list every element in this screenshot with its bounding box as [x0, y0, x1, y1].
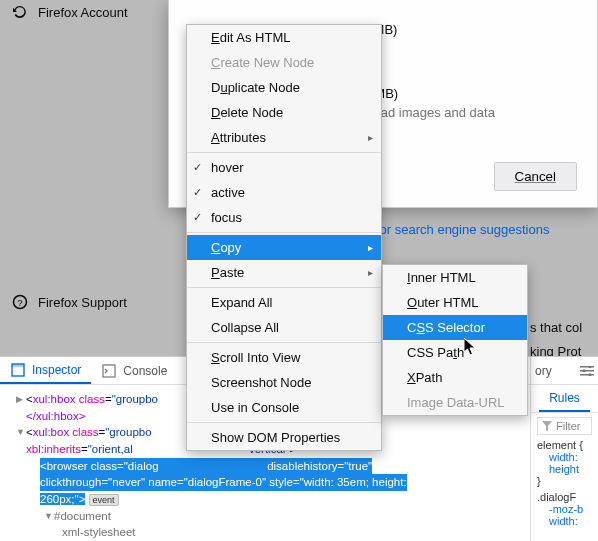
svg-point-8 [589, 366, 592, 368]
help-icon: ? [12, 294, 28, 310]
page-text-1: s that col [530, 320, 582, 335]
console-icon [101, 363, 117, 379]
menu-item-image-data-url: Image Data-URL [383, 390, 527, 415]
menu-item-use-in-console[interactable]: Use in Console [187, 395, 381, 420]
menu-item-scroll-into-view[interactable]: Scroll Into View [187, 345, 381, 370]
sidebar-item-label: Firefox Support [38, 295, 127, 310]
menu-item-edit-as-html[interactable]: Edit As HTML [187, 25, 381, 50]
right-tab-memory[interactable]: ory [531, 357, 556, 384]
context-menu: Edit As HTMLCreate New NodeDuplicate Nod… [186, 24, 382, 451]
sidebar-item-label: Firefox Account [38, 5, 128, 20]
copy-submenu: Inner HTMLOuter HTMLCSS SelectorCSS Path… [382, 264, 528, 416]
menu-item-hover[interactable]: ✓hover [187, 155, 381, 180]
svg-rect-7 [580, 374, 594, 376]
svg-text:?: ? [17, 298, 22, 308]
tab-inspector[interactable]: Inspector [0, 357, 91, 384]
sidebar-item-support[interactable]: ? Firefox Support [0, 294, 139, 310]
menu-item-collapse-all[interactable]: Collapse All [187, 315, 381, 340]
inspector-icon [10, 362, 26, 378]
settings-icon[interactable] [576, 357, 598, 384]
menu-item-expand-all[interactable]: Expand All [187, 290, 381, 315]
menu-item-active[interactable]: ✓active [187, 180, 381, 205]
menu-item-duplicate-node[interactable]: Duplicate Node [187, 75, 381, 100]
menu-item-xpath[interactable]: XPath [383, 365, 527, 390]
cached-sub: reload images and data [359, 105, 577, 120]
svg-point-9 [583, 369, 586, 372]
menu-item-show-dom-properties[interactable]: Show DOM Properties [187, 425, 381, 450]
cached-label[interactable]: 125 MB) [349, 86, 577, 101]
filter-input[interactable]: Filter [537, 417, 592, 435]
menu-item-create-new-node: Create New Node [187, 50, 381, 75]
filter-icon [542, 421, 552, 431]
menu-item-screenshot-node[interactable]: Screenshot Node [187, 370, 381, 395]
tab-console[interactable]: Console [91, 357, 177, 384]
menu-item-delete-node[interactable]: Delete Node [187, 100, 381, 125]
menu-item-paste[interactable]: Paste▸ [187, 260, 381, 285]
svg-rect-6 [580, 370, 594, 372]
svg-rect-4 [103, 365, 115, 377]
menu-item-focus[interactable]: ✓focus [187, 205, 381, 230]
svg-rect-5 [580, 366, 594, 368]
event-badge[interactable]: event [89, 494, 119, 506]
sidebar-item-account[interactable]: Firefox Account [0, 4, 140, 20]
menu-item-copy[interactable]: Copy▸ [187, 235, 381, 260]
search-suggestions-link[interactable]: for search engine suggestions [376, 222, 549, 237]
sync-icon [12, 4, 28, 20]
menu-item-attributes[interactable]: Attributes▸ [187, 125, 381, 150]
menu-item-css-path[interactable]: CSS Path [383, 340, 527, 365]
menu-item-css-selector[interactable]: CSS Selector [383, 315, 527, 340]
menu-item-inner-html[interactable]: Inner HTML [383, 265, 527, 290]
rules-panel[interactable]: Filter element { width: height } .dialog… [531, 413, 598, 531]
svg-point-10 [589, 373, 592, 376]
cancel-button[interactable]: Cancel [494, 162, 578, 191]
tab-rules[interactable]: Rules [539, 385, 590, 412]
svg-rect-3 [12, 364, 24, 367]
menu-item-outer-html[interactable]: Outer HTML [383, 290, 527, 315]
